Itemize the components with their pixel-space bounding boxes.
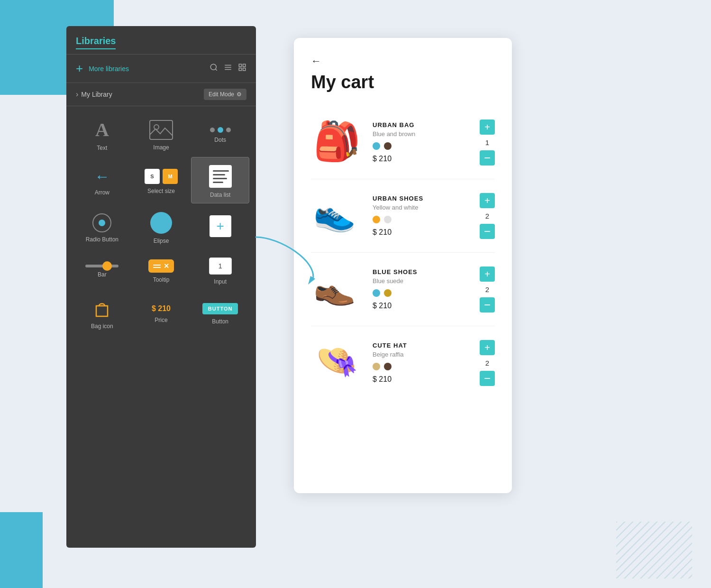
color-swatch — [384, 216, 392, 223]
search-icon[interactable] — [210, 63, 218, 74]
item-quantity: + 2 − — [480, 340, 495, 386]
item-colors — [373, 363, 470, 370]
component-tooltip-label: Tooltip — [153, 276, 170, 283]
component-price[interactable]: $ 210 Price — [132, 291, 191, 334]
svg-point-12 — [154, 125, 159, 129]
cart-item: 🎒 URBAN BAG Blue and brown $ 210 + 1 − — [311, 106, 495, 179]
item-colors — [373, 216, 470, 223]
bag-icon — [91, 298, 112, 319]
sidebar-title: Libraries — [76, 36, 116, 49]
component-image[interactable]: Image — [132, 111, 191, 156]
add-icon: + — [210, 215, 231, 237]
svg-rect-10 — [243, 68, 246, 71]
component-button-label: Button — [212, 318, 228, 325]
component-dots-label: Dots — [214, 137, 226, 143]
quantity-decrease-button[interactable]: − — [480, 224, 495, 239]
item-quantity: + 2 − — [480, 193, 495, 239]
component-bar[interactable]: Bar — [73, 250, 131, 290]
component-arrow-label: Arrow — [95, 189, 109, 196]
item-colors — [373, 142, 470, 150]
component-ellipse[interactable]: Elipse — [132, 204, 191, 249]
quantity-increase-button[interactable]: + — [480, 193, 495, 208]
component-text-label: Text — [97, 145, 107, 151]
item-quantity: + 1 − — [480, 119, 495, 165]
component-button[interactable]: BUTTON Button — [191, 291, 249, 334]
list-icon[interactable] — [224, 63, 232, 74]
component-arrow[interactable]: ← Arrow — [73, 157, 131, 203]
ellipse-icon — [150, 212, 172, 234]
item-image: 👒 — [311, 337, 363, 389]
quantity-decrease-button[interactable]: − — [480, 297, 495, 312]
item-name: URBAN SHOES — [373, 195, 470, 202]
item-image: 👟 — [311, 190, 363, 242]
back-button[interactable]: ← — [311, 55, 495, 67]
component-text[interactable]: A Text — [73, 111, 131, 156]
quantity-value: 2 — [485, 285, 489, 294]
component-price-label: Price — [155, 317, 167, 323]
item-info: BLUE SHOES Blue suede $ 210 — [373, 268, 470, 310]
cart-panel: ← My cart 🎒 URBAN BAG Blue and brown $ 2… — [294, 38, 512, 493]
quantity-increase-button[interactable]: + — [480, 119, 495, 135]
svg-rect-7 — [239, 64, 241, 66]
component-tooltip[interactable]: ✕ Tooltip — [132, 250, 191, 290]
quantity-increase-button[interactable]: + — [480, 340, 495, 355]
tooltip-icon: ✕ — [148, 259, 174, 273]
component-image-label: Image — [153, 144, 169, 151]
component-radio-label: Radio Button — [86, 236, 118, 243]
svg-text:👞: 👞 — [313, 267, 356, 307]
item-name: URBAN BAG — [373, 121, 470, 129]
button-icon: BUTTON — [202, 303, 238, 314]
item-price: $ 210 — [373, 302, 470, 310]
library-row: › My Library Edit Mode ⚙ — [66, 83, 256, 106]
item-price: $ 210 — [373, 155, 470, 163]
component-dots[interactable]: Dots — [191, 111, 249, 156]
component-add[interactable]: + — [191, 204, 249, 249]
select-size-icon: S M — [145, 169, 178, 184]
component-input-label: Input — [214, 278, 227, 285]
text-icon: A — [95, 119, 109, 141]
bar-icon — [85, 265, 118, 267]
color-swatch — [373, 363, 380, 370]
cart-title: My cart — [311, 72, 495, 92]
cart-item: 👟 URBAN SHOES Yellow and white $ 210 + 2… — [311, 179, 495, 253]
svg-line-3 — [215, 69, 217, 70]
color-swatch — [373, 289, 380, 297]
svg-rect-9 — [239, 68, 241, 71]
item-price: $ 210 — [373, 228, 470, 237]
component-bag-label: Bag icon — [91, 323, 113, 330]
quantity-decrease-button[interactable]: − — [480, 371, 495, 386]
library-name-label[interactable]: › My Library — [76, 90, 112, 99]
color-swatch — [373, 142, 380, 150]
more-libraries-link[interactable]: More libraries — [89, 65, 204, 73]
svg-point-2 — [210, 64, 216, 70]
quantity-increase-button[interactable]: + — [480, 266, 495, 282]
quantity-decrease-button[interactable]: − — [480, 150, 495, 165]
edit-mode-button[interactable]: Edit Mode ⚙ — [204, 89, 246, 100]
input-icon: 1 — [209, 257, 232, 275]
arrow-icon: ← — [94, 168, 109, 185]
dots-icon — [210, 127, 231, 133]
item-quantity: + 2 − — [480, 266, 495, 312]
grid-icon[interactable] — [238, 63, 246, 74]
quantity-value: 1 — [485, 138, 489, 147]
item-desc: Beige raffia — [373, 351, 470, 358]
add-library-button[interactable]: + — [76, 61, 83, 76]
sidebar-header: Libraries — [66, 26, 256, 55]
item-info: CUTE HAT Beige raffia $ 210 — [373, 342, 470, 384]
sidebar-toolbar: + More libraries — [66, 55, 256, 83]
svg-rect-11 — [150, 120, 173, 139]
color-swatch — [373, 216, 380, 223]
component-select-size-label: Select size — [147, 188, 175, 194]
image-icon — [149, 119, 173, 140]
item-name: BLUE SHOES — [373, 268, 470, 276]
component-bag-icon[interactable]: Bag icon — [73, 291, 131, 334]
component-radio-button[interactable]: Radio Button — [73, 204, 131, 249]
bg-accent-bottom — [0, 512, 43, 588]
item-image: 👞 — [311, 263, 363, 315]
svg-text:👒: 👒 — [316, 340, 358, 381]
item-name: CUTE HAT — [373, 342, 470, 349]
component-select-size[interactable]: S M Select size — [132, 157, 191, 203]
decorative-pattern — [616, 522, 692, 579]
component-input[interactable]: 1 Input — [191, 250, 249, 290]
component-data-list[interactable]: Data list — [191, 157, 249, 203]
